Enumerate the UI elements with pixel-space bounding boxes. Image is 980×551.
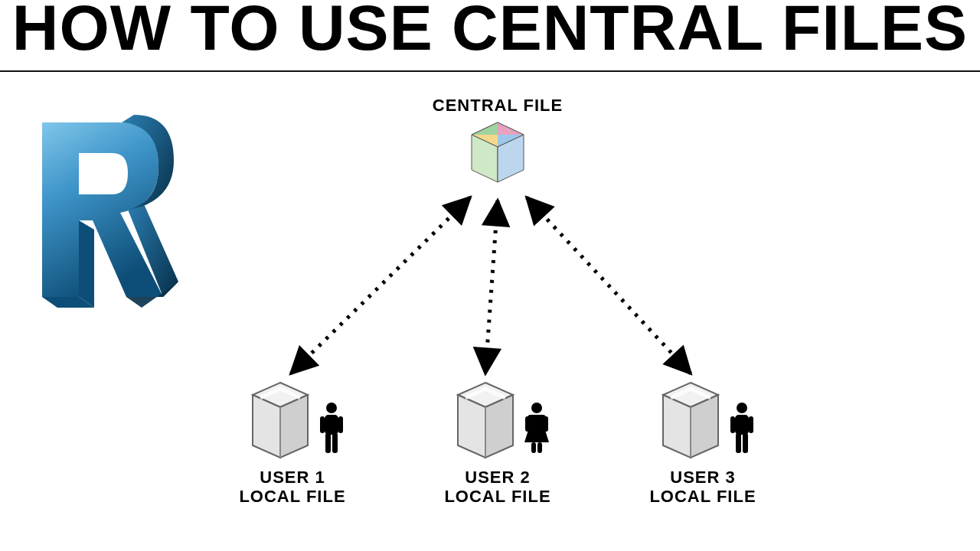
user-3-person-icon	[729, 401, 755, 455]
svg-rect-31	[544, 416, 548, 432]
user-1-person-icon	[318, 401, 345, 455]
svg-rect-35	[735, 415, 749, 435]
svg-rect-24	[325, 415, 338, 435]
svg-rect-39	[743, 433, 748, 453]
user-1-label: USER 1 LOCAL FILE	[201, 468, 384, 507]
svg-rect-38	[736, 433, 741, 453]
svg-rect-36	[730, 416, 735, 433]
svg-point-34	[737, 403, 747, 413]
user-2-label: USER 2 LOCAL FILE	[406, 468, 590, 507]
local-file-3-icon	[660, 381, 721, 461]
central-file-label: CENTRAL FILE	[406, 96, 590, 115]
svg-rect-30	[525, 416, 530, 432]
local-file-2-icon	[455, 381, 516, 461]
central-file-icon	[469, 121, 527, 185]
page-title: HOW TO USE CENTRAL FILES	[0, 0, 980, 65]
user-2-line1: USER 2	[465, 468, 530, 487]
user-3-line1: USER 3	[670, 468, 735, 487]
svg-rect-25	[320, 416, 325, 433]
svg-rect-37	[749, 416, 753, 433]
svg-line-10	[527, 197, 691, 373]
svg-line-9	[291, 197, 470, 373]
diagram-stage: HOW TO USE CENTRAL FILES	[0, 0, 980, 551]
user-2-line2: LOCAL FILE	[406, 487, 590, 506]
svg-point-23	[326, 403, 337, 413]
svg-line-8	[485, 201, 498, 373]
svg-rect-32	[531, 442, 536, 453]
user-3-line2: LOCAL FILE	[611, 487, 795, 506]
svg-point-29	[531, 403, 542, 413]
svg-rect-28	[332, 433, 338, 453]
user-1-line2: LOCAL FILE	[201, 487, 384, 506]
user-1-line1: USER 1	[260, 468, 325, 487]
svg-rect-27	[325, 433, 331, 453]
user-2-person-icon	[524, 401, 550, 455]
user-3-label: USER 3 LOCAL FILE	[611, 468, 795, 507]
svg-rect-33	[537, 442, 542, 453]
revit-logo-icon	[27, 115, 180, 314]
svg-rect-26	[338, 416, 343, 433]
local-file-1-icon	[250, 381, 311, 461]
title-divider	[0, 70, 980, 72]
